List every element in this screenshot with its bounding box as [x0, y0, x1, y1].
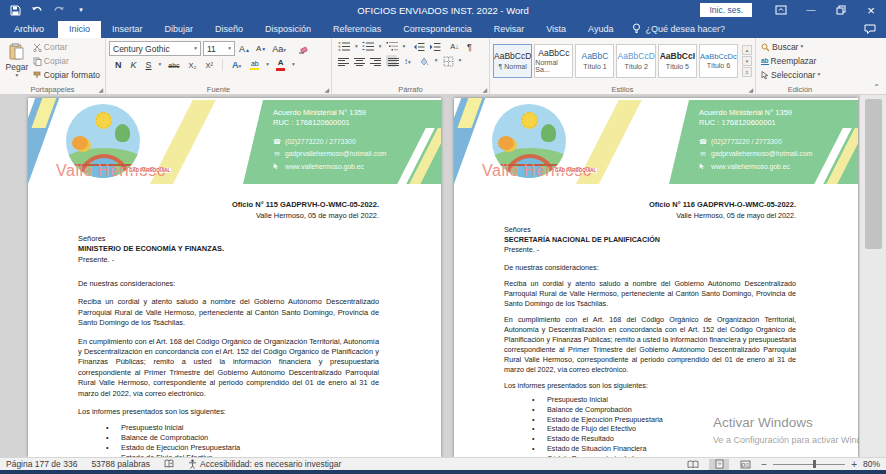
fuente-dialog-launcher[interactable]: ◢	[324, 87, 329, 93]
subscript-button[interactable]: X₂	[187, 61, 199, 70]
document-page-1[interactable]: Acuerdo Ministerial N° 1359 RUC : 176812…	[28, 98, 441, 457]
superscript-button[interactable]: X²	[204, 61, 216, 70]
strikethrough-button[interactable]: abc	[166, 62, 181, 69]
page-indicator[interactable]: Página 177 de 336	[6, 459, 77, 469]
vertical-scrollbar[interactable]	[859, 95, 886, 457]
highlight-color-bar	[250, 68, 259, 71]
find-button[interactable]: Buscar ▾	[759, 41, 841, 53]
print-layout-button[interactable]	[709, 459, 729, 470]
sign-in-button[interactable]: Inic. ses.	[700, 3, 752, 17]
align-right-button[interactable]	[370, 56, 381, 66]
highlight-button[interactable]: ab	[248, 60, 261, 71]
tab-referencias[interactable]: Referencias	[322, 21, 392, 38]
line-spacing-button[interactable]: ↕▾	[402, 57, 413, 66]
grow-font-button[interactable]: A▲	[237, 44, 252, 54]
close-button[interactable]: ×	[856, 0, 886, 20]
highlight-dropdown-icon[interactable]: ▾	[266, 62, 269, 68]
zoom-out-button[interactable]: −	[761, 459, 767, 470]
borders-button[interactable]	[443, 56, 454, 67]
clear-formatting-button[interactable]	[296, 44, 311, 54]
cut-button[interactable]: Cortar	[31, 41, 102, 53]
numbering-dropdown-icon[interactable]: ▾	[379, 44, 382, 50]
tab-vista[interactable]: Vista	[535, 21, 577, 38]
paste-button[interactable]: Pegar ▾	[3, 41, 31, 81]
multilevel-list-button[interactable]	[386, 41, 399, 52]
styles-more-icon[interactable]: ≡	[742, 67, 752, 77]
font-name-select[interactable]: Century Gothic ▾	[109, 41, 201, 56]
present: Presente. -	[504, 245, 796, 255]
customize-qat-icon[interactable]: ▾	[74, 3, 88, 17]
align-center-button[interactable]	[354, 56, 365, 66]
select-button[interactable]: Seleccionar ▾	[759, 69, 841, 81]
italic-button[interactable]: K	[129, 60, 139, 70]
tab-correspondencia[interactable]: Correspondencia	[392, 21, 483, 38]
styles-scroll-up-icon[interactable]: ▴	[742, 45, 752, 55]
zoom-in-button[interactable]: +	[851, 459, 857, 470]
bullets-dropdown-icon[interactable]: ▾	[355, 44, 358, 50]
font-color-dropdown-icon[interactable]: ▾	[292, 62, 295, 68]
justify-button[interactable]	[386, 55, 397, 67]
save-icon[interactable]	[8, 3, 22, 17]
redo-icon[interactable]	[52, 3, 66, 17]
bullets-button[interactable]	[338, 41, 351, 52]
style-titulo-2[interactable]: AaBbCcD Título 2	[616, 44, 655, 78]
tab-dibujar[interactable]: Dibujar	[154, 21, 205, 38]
style-normal[interactable]: AaBbCcD ¶ Normal	[493, 44, 532, 78]
undo-icon[interactable]	[30, 3, 44, 17]
underline-dropdown-icon[interactable]: ▾	[159, 62, 162, 68]
document-page-2[interactable]: Acuerdo Ministerial N° 1359 RUC : 176812…	[454, 98, 858, 457]
styles-scroll-down-icon[interactable]: ▾	[742, 56, 752, 66]
letter-body[interactable]: Oficio N° 116 GADPRVH-O-WMC-05-2022. Val…	[454, 200, 858, 457]
estilos-dialog-launcher[interactable]: ◢	[748, 87, 753, 93]
minimize-button[interactable]: —	[796, 0, 826, 20]
shrink-font-button[interactable]: A▼	[254, 44, 268, 53]
tab-diseno[interactable]: Diseño	[204, 21, 254, 38]
bold-button[interactable]: N	[113, 60, 124, 70]
tab-revisar[interactable]: Revisar	[483, 21, 536, 38]
replace-button[interactable]: ab Reemplazar	[759, 55, 841, 67]
word-count[interactable]: 53788 palabras	[91, 459, 150, 469]
change-case-button[interactable]: Aa▾	[270, 44, 288, 54]
shading-button[interactable]	[418, 56, 430, 67]
tab-ayuda[interactable]: Ayuda	[577, 21, 624, 38]
copy-button[interactable]: Copiar	[31, 55, 102, 67]
tab-inicio[interactable]: Inicio	[58, 21, 101, 38]
decrease-indent-button[interactable]	[413, 42, 425, 52]
proofing-icon[interactable]	[164, 459, 174, 469]
underline-button[interactable]: S	[144, 60, 154, 70]
restore-button[interactable]	[826, 0, 856, 20]
style-titulo-1[interactable]: AaBbC Título 1	[575, 44, 614, 78]
portapapeles-dialog-launcher[interactable]: ◢	[98, 87, 103, 93]
zoom-slider-thumb[interactable]	[813, 460, 816, 468]
format-painter-button[interactable]: Copiar formato	[31, 69, 102, 81]
parrafo-dialog-launcher[interactable]: ◢	[482, 87, 487, 93]
tab-insertar[interactable]: Insertar	[101, 21, 154, 38]
style-titulo-5[interactable]: AaBbCcI Título 5	[658, 44, 697, 78]
increase-indent-button[interactable]	[429, 42, 441, 52]
sort-button[interactable]: A↓	[448, 42, 461, 51]
font-size-select[interactable]: 11 ▾	[203, 41, 235, 56]
multilevel-dropdown-icon[interactable]: ▾	[403, 44, 406, 50]
web-layout-button[interactable]	[735, 459, 755, 470]
zoom-level[interactable]: 80%	[863, 459, 880, 469]
style-titulo-6[interactable]: AaBbCcDc Título 6	[699, 44, 738, 78]
letter-body[interactable]: Oficio N° 115 GADPRVH-O-WMC-05-2022. Val…	[28, 200, 441, 457]
zoom-slider[interactable]	[773, 464, 845, 465]
borders-dropdown-icon[interactable]: ▾	[459, 58, 462, 64]
show-paragraph-marks-button[interactable]: ¶	[465, 42, 474, 52]
numbering-button[interactable]	[362, 41, 375, 52]
style-normal-sa[interactable]: AaBbCc Normal Sa...	[534, 44, 573, 78]
text-effects-button[interactable]: A▾	[230, 60, 243, 70]
ribbon-display-options-icon[interactable]	[766, 0, 796, 20]
tab-archivo[interactable]: Archivo	[0, 21, 58, 38]
align-left-button[interactable]	[338, 56, 349, 66]
font-color-button[interactable]: A	[274, 59, 287, 71]
collapse-ribbon-icon[interactable]: ⌃	[873, 83, 880, 92]
accessibility-status[interactable]: Accesibilidad: es necesario investigar	[188, 459, 341, 469]
tab-disposicion[interactable]: Disposición	[254, 21, 322, 38]
tell-me-box[interactable]: ¿Qué desea hacer?	[624, 20, 733, 38]
comments-icon[interactable]	[864, 24, 876, 38]
scrollbar-thumb[interactable]	[865, 99, 882, 249]
read-mode-button[interactable]	[683, 459, 703, 470]
shading-dropdown-icon[interactable]: ▾	[435, 58, 438, 64]
